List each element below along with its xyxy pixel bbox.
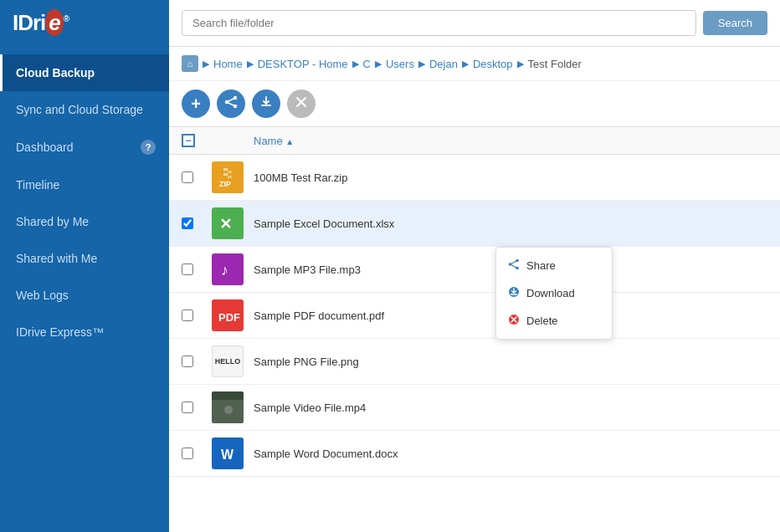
file-checkbox-zip[interactable] bbox=[182, 171, 212, 183]
breadcrumb-dejan[interactable]: Dejan bbox=[429, 58, 458, 70]
svg-rect-10 bbox=[223, 173, 228, 176]
file-checkbox-mp3[interactable] bbox=[182, 263, 212, 275]
logo-area: IDrie® bbox=[0, 0, 169, 46]
breadcrumb-desktop[interactable]: Desktop bbox=[473, 58, 513, 70]
svg-text:✕: ✕ bbox=[219, 216, 232, 233]
breadcrumb-test-folder: Test Folder bbox=[528, 58, 582, 70]
sidebar-item-sync-cloud-storage[interactable]: Sync and Cloud Storage bbox=[0, 91, 169, 128]
breadcrumb-sep-5: ▶ bbox=[462, 59, 469, 69]
svg-rect-11 bbox=[228, 176, 232, 178]
svg-rect-9 bbox=[228, 171, 232, 173]
sidebar-item-dashboard[interactable]: Dashboard ? bbox=[0, 128, 169, 166]
file-name-xlsx[interactable]: Sample Excel Document.xlsx bbox=[254, 217, 767, 230]
search-button[interactable]: Search bbox=[703, 11, 767, 35]
sidebar-item-timeline[interactable]: Timeline bbox=[0, 166, 169, 203]
svg-line-3 bbox=[227, 98, 235, 102]
file-checkbox-xlsx[interactable] bbox=[182, 217, 212, 229]
deselect-icon[interactable]: − bbox=[182, 134, 195, 147]
file-list-header: − Name ▲ bbox=[169, 127, 780, 155]
png-icon: HELLO bbox=[212, 345, 244, 377]
sidebar-item-label: Dashboard bbox=[16, 141, 74, 154]
table-row: Sample Video File.mp4 bbox=[169, 385, 780, 431]
checkbox-png[interactable] bbox=[182, 356, 193, 367]
context-menu-download[interactable]: Download bbox=[496, 279, 612, 307]
sidebar-item-idrive-express[interactable]: IDrive Express™ bbox=[0, 314, 169, 350]
checkbox-pdf[interactable] bbox=[182, 309, 193, 321]
sidebar-item-web-logs[interactable]: Web Logs bbox=[0, 277, 169, 314]
toolbar: + bbox=[169, 81, 780, 127]
context-download-icon bbox=[508, 286, 520, 300]
sidebar-item-label: Web Logs bbox=[16, 289, 69, 302]
checkbox-mp4[interactable] bbox=[182, 402, 193, 413]
file-checkbox-png[interactable] bbox=[182, 356, 212, 367]
file-icon-mp4 bbox=[212, 391, 254, 423]
logo-r: rie bbox=[33, 9, 64, 36]
file-icon-xlsx: ✕ bbox=[212, 207, 254, 239]
checkbox-mp3[interactable] bbox=[182, 263, 193, 275]
breadcrumb-desktop-home[interactable]: DESKTOP - Home bbox=[258, 58, 348, 70]
sidebar-item-label: Timeline bbox=[16, 178, 59, 192]
context-delete-icon bbox=[508, 314, 520, 328]
svg-text:PDF: PDF bbox=[218, 311, 240, 324]
svg-line-18 bbox=[511, 261, 518, 265]
table-row: HELLO Sample PNG File.png bbox=[169, 339, 780, 385]
breadcrumb-sep-6: ▶ bbox=[517, 59, 524, 69]
file-checkbox-docx[interactable] bbox=[182, 448, 212, 459]
share-button[interactable] bbox=[217, 90, 245, 118]
cancel-icon bbox=[295, 96, 307, 111]
logo: IDrie® bbox=[13, 10, 69, 36]
breadcrumb-sep-3: ▶ bbox=[375, 59, 382, 69]
breadcrumb-users[interactable]: Users bbox=[386, 58, 414, 70]
context-menu-share[interactable]: Share bbox=[496, 252, 612, 279]
context-delete-label: Delete bbox=[526, 315, 558, 327]
checkbox-zip[interactable] bbox=[182, 171, 193, 183]
cancel-button[interactable] bbox=[287, 90, 316, 118]
png-label: HELLO bbox=[215, 357, 241, 366]
xlsx-icon: ✕ bbox=[212, 207, 244, 239]
select-all-checkbox[interactable]: − bbox=[182, 134, 212, 147]
breadcrumb: ⌂ ▶ Home ▶ DESKTOP - Home ▶ C ▶ Users ▶ … bbox=[169, 47, 780, 81]
sidebar-item-shared-with-me[interactable]: Shared with Me bbox=[0, 240, 169, 277]
file-checkbox-mp4[interactable] bbox=[182, 402, 212, 413]
breadcrumb-home[interactable]: Home bbox=[213, 58, 243, 70]
file-icon-docx: W bbox=[212, 437, 254, 469]
sidebar-item-cloud-backup[interactable]: Cloud Backup bbox=[0, 54, 169, 91]
plus-icon: + bbox=[191, 95, 201, 114]
context-share-label: Share bbox=[526, 259, 556, 272]
mp3-icon: ♪ bbox=[212, 253, 244, 285]
mp4-thumbnail bbox=[212, 391, 244, 423]
download-icon bbox=[259, 95, 273, 112]
help-icon[interactable]: ? bbox=[141, 140, 156, 155]
checkbox-xlsx[interactable] bbox=[182, 217, 193, 229]
context-share-icon bbox=[508, 258, 520, 273]
table-row: ♪ Sample MP3 File.mp3 bbox=[169, 247, 780, 293]
file-name-mp4[interactable]: Sample Video File.mp4 bbox=[254, 402, 767, 414]
file-name-docx[interactable]: Sample Word Document.docx bbox=[254, 448, 767, 460]
home-icon[interactable]: ⌂ bbox=[182, 55, 198, 72]
download-button[interactable] bbox=[252, 90, 280, 118]
svg-rect-31 bbox=[212, 391, 244, 400]
name-label: Name bbox=[254, 135, 283, 147]
sidebar-item-label: Cloud Backup bbox=[16, 66, 95, 79]
context-menu-delete[interactable]: Delete bbox=[496, 307, 612, 335]
breadcrumb-c[interactable]: C bbox=[363, 58, 371, 70]
add-button[interactable]: + bbox=[182, 90, 210, 118]
file-checkbox-pdf[interactable] bbox=[182, 309, 212, 321]
logo-reg: ® bbox=[64, 14, 69, 23]
docx-icon: W bbox=[212, 437, 244, 469]
pdf-icon: PDF bbox=[212, 299, 244, 331]
context-download-label: Download bbox=[526, 287, 575, 299]
sidebar-item-label: IDrive Express™ bbox=[16, 325, 104, 339]
sidebar-item-shared-by-me[interactable]: Shared by Me bbox=[0, 203, 169, 240]
search-input[interactable] bbox=[182, 10, 696, 36]
sort-arrow-icon: ▲ bbox=[285, 137, 294, 146]
sidebar-nav: Cloud Backup Sync and Cloud Storage Dash… bbox=[0, 46, 169, 532]
table-row: W Sample Word Document.docx bbox=[169, 431, 780, 477]
checkbox-docx[interactable] bbox=[182, 448, 193, 459]
name-column-header[interactable]: Name ▲ bbox=[254, 135, 767, 147]
file-name-zip[interactable]: 100MB Test Rar.zip bbox=[254, 171, 767, 184]
file-name-png[interactable]: Sample PNG File.png bbox=[254, 356, 767, 368]
share-icon bbox=[224, 95, 238, 112]
sidebar-item-label: Sync and Cloud Storage bbox=[16, 103, 143, 116]
breadcrumb-sep-4: ▶ bbox=[418, 59, 425, 69]
